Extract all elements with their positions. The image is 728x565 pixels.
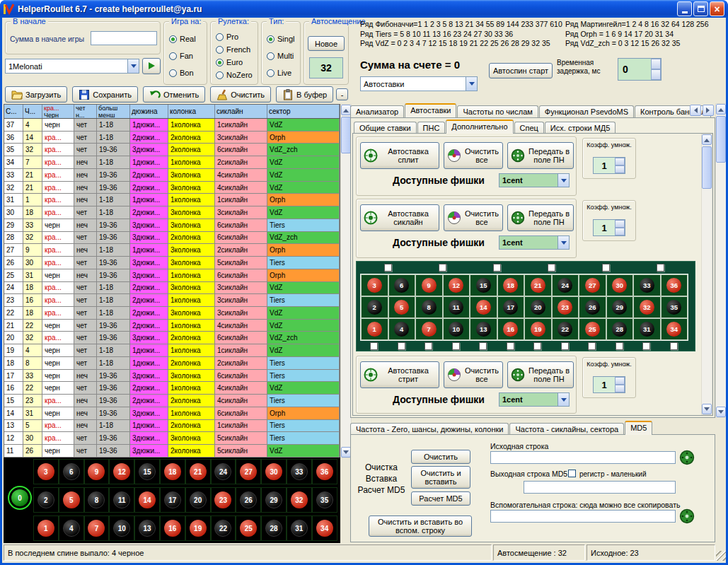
autobets-combo[interactable]: Автоставки	[360, 76, 478, 91]
collapse-button[interactable]: -	[336, 88, 348, 100]
bet-number-cell[interactable]: 14	[470, 296, 497, 318]
bet-number-cell[interactable]: 3	[361, 274, 388, 296]
lowercase-checkbox[interactable]	[568, 470, 576, 477]
bet-number-cell[interactable]: 10	[443, 318, 470, 340]
clear-all-split-button[interactable]: Очистить все	[444, 142, 503, 169]
tab-анализатор[interactable]: Анализатор	[350, 105, 404, 118]
radio-pro[interactable]: Pro	[216, 33, 255, 41]
bet-number-cell[interactable]: 12	[443, 274, 470, 296]
autospin-start-button[interactable]: Автоспин старт	[489, 63, 553, 78]
clear-all-sixline-button[interactable]: Очистить все	[444, 204, 503, 231]
scroll-thumb[interactable]	[341, 117, 351, 153]
scroll-down-button[interactable]	[341, 447, 351, 458]
panel-inner-scrollbar[interactable]	[701, 134, 712, 415]
coef-spinner[interactable]: 1	[593, 219, 625, 236]
bet-number-cell[interactable]: 34	[661, 318, 688, 340]
bet-number-cell[interactable]: 35	[661, 296, 688, 318]
bet-number-cell[interactable]: 8	[415, 296, 443, 318]
output-string-input[interactable]	[524, 481, 676, 494]
maximize-button[interactable]	[693, 1, 708, 16]
radio-french[interactable]: French	[216, 45, 255, 54]
play-button[interactable]	[142, 58, 161, 74]
bet-checkbox-top[interactable]	[384, 264, 392, 272]
bet-number-cell[interactable]: 9	[415, 274, 443, 296]
resize-grip[interactable]	[716, 551, 726, 561]
spinner-buttons[interactable]	[615, 158, 625, 173]
bet-checkbox-bottom[interactable]	[452, 342, 460, 350]
bet-checkbox-top[interactable]	[548, 264, 555, 272]
autobet-split-button[interactable]: Автоставка сплит	[360, 142, 439, 169]
bet-number-cell[interactable]: 2	[361, 296, 388, 318]
bet-number-cell[interactable]: 16	[497, 318, 525, 340]
bet-number-cell[interactable]: 17	[497, 296, 525, 318]
minimize-button[interactable]	[677, 1, 692, 16]
toolbar-button-загрузить[interactable]: Загрузить	[5, 86, 67, 103]
scroll-up-button[interactable]	[702, 134, 712, 145]
md5-calc-button[interactable]: Расчет MD5	[411, 491, 470, 506]
md5-source-wheel-button[interactable]	[679, 450, 695, 465]
chevron-down-icon[interactable]	[466, 77, 477, 91]
bet-checkbox-bottom[interactable]	[670, 342, 678, 350]
transfer-sixline-button[interactable]: Передать в поле ПН	[507, 204, 574, 231]
chips-combo-sixline[interactable]: 1cent	[499, 235, 570, 250]
coef-spinner[interactable]: 1	[593, 376, 625, 393]
bet-number-cell[interactable]: 6	[388, 274, 416, 296]
start-sum-input[interactable]	[91, 31, 157, 45]
tab-функционал-psevdoms[interactable]: Функционал PsevdoMS	[539, 105, 634, 118]
bet-number-cell[interactable]: 31	[633, 318, 661, 340]
aux-string-input[interactable]	[490, 510, 676, 523]
spinner-buttons[interactable]	[651, 59, 661, 80]
bet-checkbox-bottom[interactable]	[616, 342, 623, 350]
bet-number-cell[interactable]: 5	[388, 296, 416, 318]
bet-checkbox-bottom[interactable]	[533, 342, 541, 350]
toolbar-button-в-буфер[interactable]: В буфер	[276, 86, 333, 103]
bet-checkbox-bottom[interactable]	[479, 342, 487, 350]
tab-частоты-по-числам[interactable]: Частоты по числам	[457, 105, 538, 118]
radio-bon[interactable]: Bon	[169, 69, 204, 77]
bet-checkbox-top[interactable]	[602, 264, 610, 272]
bet-checkbox-bottom[interactable]	[370, 342, 378, 350]
bet-number-cell[interactable]: 22	[552, 318, 579, 340]
chips-combo-street[interactable]: 1cent	[499, 392, 570, 407]
spinner-buttons[interactable]	[615, 377, 625, 392]
bet-checkbox-bottom[interactable]	[561, 342, 569, 350]
bet-checkbox-top[interactable]	[439, 264, 446, 272]
tab-scroll-right-button[interactable]	[703, 105, 714, 116]
chevron-down-icon[interactable]	[127, 59, 139, 73]
md5-clear-paste-button[interactable]: Очистить и вставить	[411, 466, 470, 489]
bet-number-cell[interactable]: 18	[497, 274, 525, 296]
bet-checkbox-bottom[interactable]	[642, 342, 650, 350]
chevron-down-icon[interactable]	[557, 236, 569, 249]
bet-number-cell[interactable]: 7	[415, 318, 443, 340]
transfer-split-button[interactable]: Передать в поле ПН	[507, 142, 574, 169]
bet-number-cell[interactable]: 15	[470, 274, 497, 296]
bet-number-cell[interactable]: 20	[524, 296, 552, 318]
bet-number-cell[interactable]: 32	[633, 296, 661, 318]
bet-checkbox-bottom[interactable]	[398, 342, 405, 350]
tab-scroll-left-button[interactable]	[690, 105, 701, 116]
toolbar-button-сохранить[interactable]: Сохранить	[72, 86, 138, 103]
bet-number-cell[interactable]: 4	[388, 318, 416, 340]
radio-nozero[interactable]: NoZero	[216, 71, 255, 79]
chevron-down-icon[interactable]	[557, 174, 569, 187]
scroll-thumb[interactable]	[702, 146, 712, 189]
right-panel-scrollbar[interactable]	[715, 103, 726, 418]
toolbar-button-отменить[interactable]: Отменить	[143, 86, 205, 103]
title-bar[interactable]: HelperRoullet 6.7 - create helperroullet…	[0, 0, 728, 18]
bet-number-cell[interactable]: 11	[443, 296, 470, 318]
tab-md5[interactable]: MD5	[625, 421, 652, 435]
md5-clear-button[interactable]: Очистить	[411, 450, 470, 464]
bet-number-cell[interactable]: 21	[524, 274, 552, 296]
bet-number-cell[interactable]: 13	[470, 318, 497, 340]
scroll-thumb[interactable]	[716, 116, 726, 163]
chips-combo-split[interactable]: 1cent	[499, 173, 570, 187]
new-autoshift-button[interactable]: Новое	[308, 36, 345, 51]
bet-number-cell[interactable]: 33	[633, 274, 661, 296]
clear-all-street-button[interactable]: Очистить все	[444, 361, 503, 388]
scroll-up-button[interactable]	[716, 104, 726, 115]
spin-down-icon[interactable]	[651, 69, 661, 80]
coef-spinner[interactable]: 1	[593, 157, 625, 174]
radio-live[interactable]: Live	[267, 69, 298, 77]
bet-number-cell[interactable]: 23	[552, 296, 579, 318]
bet-number-cell[interactable]: 29	[606, 296, 634, 318]
